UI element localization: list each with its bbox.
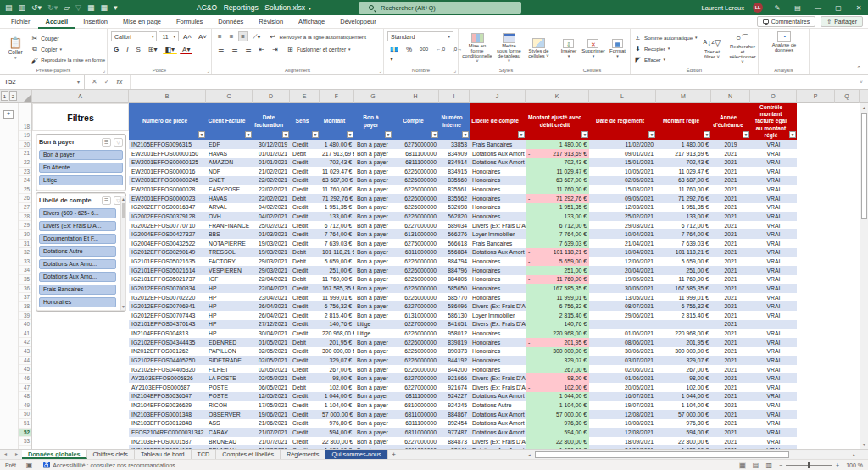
cell[interactable]: HP — [206, 301, 253, 311]
cell[interactable]: Bon à payer — [354, 428, 392, 437]
cell[interactable]: 167 585,35 € — [656, 284, 711, 293]
slicer-item[interactable]: En Attente — [39, 163, 123, 173]
row-header-38[interactable]: 38 — [19, 302, 31, 312]
align-top-icon[interactable]: ≡ — [215, 31, 225, 41]
cell[interactable]: 2021 — [711, 293, 750, 302]
column-sens[interactable]: Sens▾ — [290, 103, 320, 140]
cell[interactable]: 30/05/2021 — [589, 284, 656, 293]
cell[interactable]: AY2103EFFOS000587 — [129, 383, 206, 392]
cell[interactable]: Bon à payer — [354, 419, 392, 429]
cell[interactable]: 29/03/2021 — [253, 266, 290, 275]
cell[interactable]: 11 999,01 € — [526, 293, 589, 302]
undo-icon[interactable]: ↺▾ — [31, 0, 42, 15]
cell[interactable]: 6226000000 — [392, 194, 439, 203]
sheet-tab-tcd[interactable]: TCD — [192, 450, 217, 459]
cell[interactable]: 29/03/2021 — [589, 221, 656, 230]
paste-button[interactable]: 📋 Coller▾ — [3, 31, 27, 65]
customize-qat-icon[interactable]: ▾ — [114, 0, 118, 15]
cell[interactable]: VRAI — [750, 158, 797, 167]
cell[interactable]: 2021 — [711, 428, 750, 437]
cell[interactable]: Honoraires — [470, 293, 526, 302]
cell[interactable]: Bon à payer — [354, 194, 392, 203]
align-bottom-icon[interactable]: ≡ — [238, 31, 248, 41]
cell[interactable]: 834914 — [439, 158, 470, 167]
ribbon-tab-insertion[interactable]: Insertion — [75, 15, 115, 29]
cell[interactable]: Bon à payer — [354, 158, 392, 167]
cell[interactable]: 884796 — [439, 266, 470, 275]
cell[interactable]: 01/01/2021 — [253, 158, 290, 167]
cell[interactable]: ARVAL — [206, 203, 253, 213]
cell[interactable]: 329,07 € — [656, 356, 711, 365]
cell[interactable]: Credit — [290, 419, 320, 429]
cell[interactable]: Dotations Aux Amort — [470, 149, 526, 158]
column-header-B[interactable]: B — [129, 90, 206, 103]
cell[interactable]: 18/09/2021 — [589, 437, 656, 446]
slicer-scrollbar[interactable]: ▲ ▼ — [120, 196, 126, 311]
cell[interactable]: IG2101EFFOS04370143 — [129, 320, 206, 329]
multi-select-icon[interactable]: ☰ — [102, 196, 111, 205]
scroll-right-icon[interactable]: ▸ — [850, 452, 858, 457]
cell[interactable]: 844192 — [439, 356, 470, 365]
save-check-icon[interactable]: ▥ — [19, 0, 26, 15]
slicer-item[interactable]: Honoraires — [39, 297, 116, 307]
cell[interactable]: 04/02/2021 — [253, 203, 290, 213]
number-format-select[interactable]: Standard▾ — [387, 31, 453, 41]
cell[interactable]: Debit — [290, 373, 320, 383]
cell[interactable]: Bon à payer — [354, 401, 392, 410]
cell[interactable]: 11/02/2020 — [589, 140, 656, 149]
cell[interactable]: Honoraires — [470, 212, 526, 221]
cell[interactable]: 12/03/2021 — [589, 203, 656, 213]
formula-input[interactable] — [131, 75, 854, 89]
cell[interactable]: Credit — [290, 293, 320, 302]
cell[interactable]: VRAI — [750, 167, 797, 176]
outline-expand-button[interactable]: + — [3, 110, 14, 119]
cell[interactable]: IGF — [206, 275, 253, 285]
cell[interactable]: 2021 — [711, 275, 750, 285]
cell[interactable]: 12/05/2021 — [253, 392, 290, 401]
cell[interactable]: 2021 — [711, 329, 750, 338]
cell[interactable]: Bon à payer — [354, 266, 392, 275]
cell[interactable]: 586096 — [439, 301, 470, 311]
cell[interactable]: Credit — [290, 392, 320, 401]
cell[interactable]: 6226000000 — [392, 284, 439, 293]
cell[interactable]: 251,00 € — [320, 266, 354, 275]
cell[interactable]: EW2001EFFOS0000023 — [129, 194, 206, 203]
delete-cells-button[interactable]: ✕Supprimer▾ — [581, 31, 605, 65]
row-header-48[interactable]: 48 — [19, 392, 31, 401]
column-ann-e-d-ch-ance[interactable]: Année d'échéance▾ — [711, 103, 750, 140]
save-icon[interactable]: ▤ — [5, 0, 13, 15]
cell[interactable]: 6226000000 — [392, 185, 439, 194]
column-header-P[interactable]: P — [797, 90, 835, 103]
cell[interactable]: 2021 — [711, 194, 750, 203]
sheet-tab-r-glements[interactable]: Règlements — [281, 450, 326, 459]
cell[interactable]: VRAI — [750, 383, 797, 392]
cell[interactable]: 22 800,00 € — [526, 437, 589, 446]
cell[interactable]: Bon à payer — [354, 410, 392, 419]
cell[interactable]: 21/02/2021 — [253, 167, 290, 176]
cell[interactable]: 702,43 € — [656, 158, 711, 167]
align-middle-icon[interactable]: ≡ — [227, 31, 236, 41]
ribbon-tab-données[interactable]: Données — [210, 15, 251, 29]
cell[interactable]: 02/05/2021 — [253, 347, 290, 357]
cell[interactable]: 57 000,00 € — [320, 410, 354, 419]
sheet-nav-left-icon[interactable]: ◂ — [0, 450, 11, 459]
cell[interactable]: 71 292,76 € — [656, 194, 711, 203]
cell[interactable]: 33853 — [439, 140, 470, 149]
cell[interactable]: 267,00 € — [320, 365, 354, 374]
cell[interactable]: 6227000000 — [392, 320, 439, 329]
cell[interactable]: 2021 — [711, 419, 750, 429]
cell[interactable]: IG2101EFFOS05021614 — [129, 266, 206, 275]
font-name-select[interactable]: Calibri▾ — [111, 31, 157, 41]
cell[interactable]: 7 764,00 € — [320, 229, 354, 239]
cell[interactable]: GNET — [206, 176, 253, 185]
cell[interactable]: Credit — [290, 239, 320, 248]
cell[interactable]: SIDETRADE — [206, 356, 253, 365]
cell[interactable]: 133,00 € — [320, 212, 354, 221]
cell[interactable]: 6811000000 — [392, 410, 439, 419]
cell[interactable]: EDENRED — [206, 338, 253, 347]
cell[interactable]: 25/02/2021 — [589, 212, 656, 221]
cell[interactable]: 6227000000 — [392, 383, 439, 392]
search-box[interactable]: Rechercher (Alt+Q) — [359, 2, 521, 14]
underline-button[interactable]: S — [133, 44, 142, 54]
cell[interactable]: 6226000000 — [392, 212, 439, 221]
